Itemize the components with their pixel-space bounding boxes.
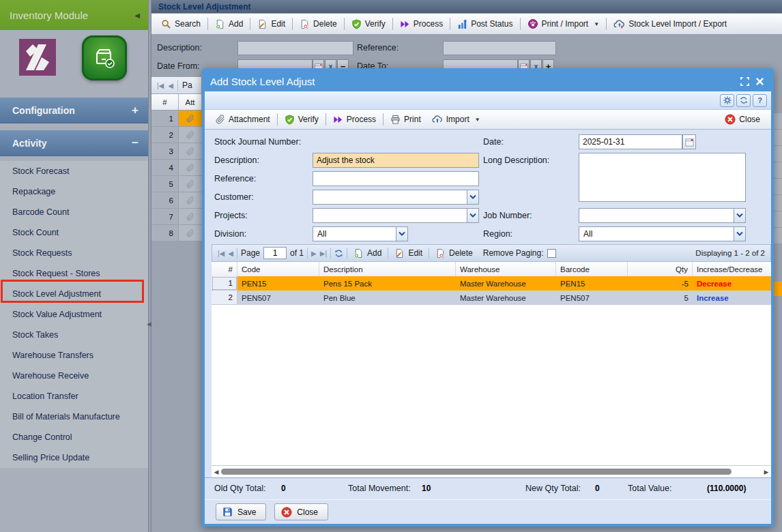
attachment-button[interactable]: Attachment bbox=[210, 111, 276, 128]
sidebar-item-barcode-count[interactable]: Barcode Count bbox=[0, 202, 148, 222]
chevron-down-icon[interactable] bbox=[467, 190, 479, 205]
description-input[interactable] bbox=[313, 153, 479, 168]
sidebar-item-stock-requests[interactable]: Stock Requests bbox=[0, 243, 148, 263]
scrollbar-thumb[interactable] bbox=[221, 469, 732, 475]
chevron-down-icon[interactable] bbox=[734, 226, 746, 241]
chevron-down-icon[interactable] bbox=[396, 226, 408, 241]
chevron-down-icon[interactable] bbox=[467, 208, 479, 223]
print-import-button[interactable]: Print / Import ▼ bbox=[522, 16, 605, 32]
table-row[interactable]: 7 bbox=[151, 209, 202, 225]
last-page-icon[interactable]: ▶| bbox=[320, 250, 327, 257]
settings-button[interactable] bbox=[720, 94, 734, 107]
prev-page-icon[interactable]: ◀ bbox=[168, 82, 173, 89]
scroll-left-icon[interactable]: ◀ bbox=[212, 469, 221, 475]
attachment-cell[interactable] bbox=[179, 192, 202, 209]
sidebar-section-activity[interactable]: Activity − bbox=[0, 130, 148, 156]
region-select[interactable]: All bbox=[579, 226, 746, 241]
sidebar-item-stock-value-adjustment[interactable]: Stock Value Adjustment bbox=[0, 304, 148, 325]
sidebar-section-configuration[interactable]: Configuration + bbox=[0, 98, 148, 123]
grid-add-button[interactable]: Add bbox=[351, 245, 384, 261]
inventory-app-icon[interactable] bbox=[82, 35, 127, 80]
attachment-cell[interactable] bbox=[179, 127, 202, 143]
dialog-titlebar[interactable]: Add Stock Level Adjust bbox=[205, 71, 771, 91]
table-row[interactable]: 8 bbox=[151, 225, 202, 241]
print-button[interactable]: Print bbox=[385, 111, 426, 128]
table-row-selected[interactable]: 1 PEN15 Pens 15 Pack Master Warehouse PE… bbox=[212, 276, 771, 291]
long-description-textarea[interactable] bbox=[579, 153, 746, 202]
page-number-input[interactable] bbox=[263, 247, 287, 259]
sidebar-item-stock-count[interactable]: Stock Count bbox=[0, 222, 148, 243]
sidebar-item-warehouse-receive[interactable]: Warehouse Receive bbox=[0, 366, 148, 386]
table-row[interactable]: 5 bbox=[151, 176, 202, 192]
search-button[interactable]: Search bbox=[156, 16, 206, 32]
date-calendar-button[interactable] bbox=[682, 134, 696, 149]
collapse-icon[interactable]: − bbox=[132, 136, 139, 150]
job-number-select[interactable] bbox=[579, 208, 746, 223]
description-filter-input[interactable] bbox=[237, 41, 353, 55]
sidebar-item-selling-price-update[interactable]: Selling Price Update bbox=[0, 447, 148, 468]
sidebar-item-change-control[interactable]: Change Control bbox=[0, 427, 148, 447]
first-page-icon[interactable]: |◀ bbox=[218, 250, 225, 257]
division-select[interactable]: All bbox=[313, 226, 408, 241]
post-status-button[interactable]: Post Status bbox=[452, 16, 518, 32]
edit-button[interactable]: Edit bbox=[252, 16, 291, 32]
expand-icon[interactable]: + bbox=[132, 104, 139, 117]
table-row[interactable]: 4 bbox=[151, 160, 202, 176]
sidebar-item-stock-forecast[interactable]: Stock Forecast bbox=[0, 161, 148, 181]
table-row[interactable]: 2 PEN507 Pen Blue Master Warehouse PEN50… bbox=[212, 291, 771, 305]
attachment-cell[interactable] bbox=[179, 225, 202, 241]
table-row[interactable]: 2 bbox=[151, 127, 202, 143]
close-button[interactable] bbox=[752, 74, 767, 88]
remove-paging-checkbox[interactable] bbox=[547, 249, 556, 258]
column-header-increase-decrease[interactable]: Increase/Decrease bbox=[693, 262, 771, 276]
column-header-num[interactable]: # bbox=[212, 262, 237, 276]
reference-input[interactable] bbox=[313, 171, 479, 186]
refresh-button[interactable] bbox=[736, 94, 751, 107]
chevron-down-icon[interactable] bbox=[734, 208, 746, 223]
maximize-button[interactable] bbox=[737, 74, 752, 88]
grid-edit-button[interactable]: Edit bbox=[392, 245, 425, 261]
sidebar-item-warehouse-transfers[interactable]: Warehouse Transfers bbox=[0, 345, 148, 366]
stock-level-import-export-button[interactable]: Stock Level Import / Export bbox=[608, 16, 732, 32]
date-input[interactable] bbox=[579, 134, 682, 149]
customer-select[interactable] bbox=[313, 190, 479, 205]
sidebar-item-repackage[interactable]: Repackage bbox=[0, 181, 148, 202]
close-button[interactable]: Close bbox=[719, 111, 766, 128]
column-header-code[interactable]: Code bbox=[237, 262, 319, 276]
horizontal-scrollbar[interactable]: ◀ ▶ bbox=[212, 466, 771, 477]
process-button[interactable]: Process bbox=[328, 111, 381, 128]
prev-page-icon[interactable]: ◀ bbox=[228, 250, 233, 257]
column-header-warehouse[interactable]: Warehouse bbox=[456, 262, 556, 276]
attachment-cell[interactable] bbox=[179, 176, 202, 192]
projects-select[interactable] bbox=[313, 208, 479, 223]
table-row[interactable]: 6 bbox=[151, 192, 202, 209]
help-button[interactable]: ? bbox=[753, 94, 767, 107]
import-button[interactable]: Import ▼ bbox=[426, 111, 486, 128]
attachment-cell[interactable] bbox=[179, 209, 202, 225]
table-row[interactable]: 1 bbox=[151, 110, 202, 127]
column-header-att[interactable]: Att bbox=[179, 94, 202, 110]
attachment-cell[interactable] bbox=[179, 110, 202, 127]
add-button[interactable]: Add bbox=[209, 16, 248, 32]
save-button[interactable]: Save bbox=[216, 503, 266, 520]
reference-filter-input[interactable] bbox=[443, 41, 556, 55]
column-header-barcode[interactable]: Barcode bbox=[556, 262, 628, 276]
close-button-footer[interactable]: Close bbox=[274, 503, 328, 520]
column-header-num[interactable]: # bbox=[151, 94, 179, 110]
column-header-qty[interactable]: Qty bbox=[628, 262, 693, 276]
first-page-icon[interactable]: |◀ bbox=[157, 82, 164, 89]
grid-delete-button[interactable]: Delete bbox=[433, 245, 476, 261]
column-header-description[interactable]: Description bbox=[319, 262, 456, 276]
refresh-icon[interactable] bbox=[334, 249, 343, 258]
attachment-cell[interactable] bbox=[179, 143, 202, 160]
delete-button[interactable]: Delete bbox=[294, 16, 343, 32]
table-row[interactable]: 3 bbox=[151, 143, 202, 160]
sidebar-item-stock-takes[interactable]: Stock Takes bbox=[0, 325, 148, 345]
sidebar-item-bill-of-materials-manufacture[interactable]: Bill of Materials Manufacture bbox=[0, 407, 148, 427]
attachment-cell[interactable] bbox=[179, 160, 202, 176]
verify-button[interactable]: Verify bbox=[346, 16, 391, 32]
sidebar-item-location-transfer[interactable]: Location Transfer bbox=[0, 386, 148, 407]
splitter-arrow-icon[interactable]: ◀ bbox=[147, 321, 151, 327]
sidebar-collapse-icon[interactable]: ◀ bbox=[134, 12, 140, 19]
scroll-right-icon[interactable]: ▶ bbox=[762, 469, 771, 475]
